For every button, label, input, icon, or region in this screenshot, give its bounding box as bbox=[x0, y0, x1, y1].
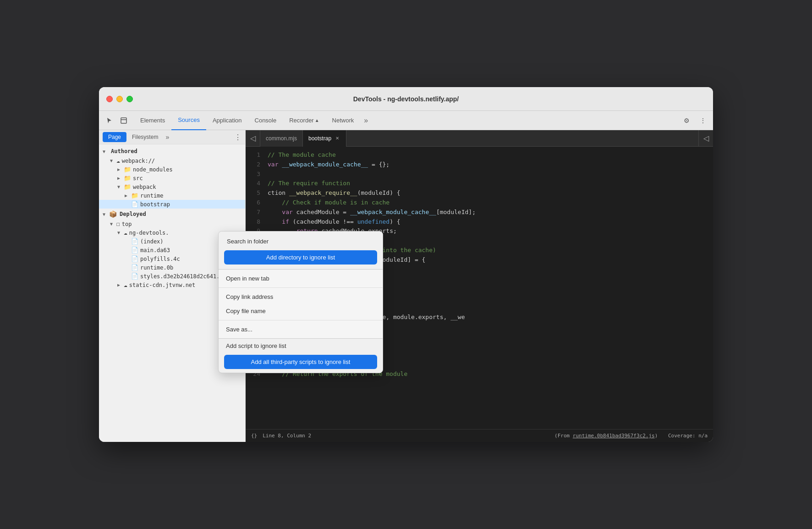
code-line-2: 2 var __webpack_module_cache__ = {}; bbox=[246, 160, 713, 170]
tab-bar-right: ⚙ ⋮ bbox=[680, 114, 709, 127]
tab-elements[interactable]: Elements bbox=[134, 111, 171, 130]
src-label: src bbox=[133, 175, 143, 182]
main-label: main.da63 bbox=[140, 247, 170, 253]
add-directory-button[interactable]: Add directory to ignore list bbox=[224, 250, 377, 264]
webpack-label: webpack:// bbox=[122, 158, 155, 164]
editor-tab-bootstrap[interactable]: bootstrap ✕ bbox=[303, 130, 346, 147]
deployed-section[interactable]: ▼ 📦 Deployed bbox=[99, 209, 245, 220]
code-line-5: 5 ction __webpack_require__(moduleId) { bbox=[246, 188, 713, 198]
copy-filename-item[interactable]: Copy file name bbox=[219, 304, 383, 318]
window-title: DevTools - ng-devtools.netlify.app/ bbox=[353, 95, 459, 103]
status-bar: {} Line 8, Column 2 (From runtime.0b841b… bbox=[246, 429, 713, 442]
tab-network[interactable]: Network bbox=[326, 111, 361, 130]
runtime-label: runtime bbox=[140, 193, 164, 199]
position-label: Line 8, Column 2 bbox=[263, 433, 311, 439]
copy-link-item[interactable]: Copy link address bbox=[219, 290, 383, 304]
index-label: (index) bbox=[140, 238, 164, 245]
code-line-8: 8 if (cachedModule !== undefined) { bbox=[246, 217, 713, 227]
tab-console[interactable]: Console bbox=[248, 111, 283, 130]
ng-devtools-label: ng-devtools. bbox=[129, 230, 169, 236]
devtools-window: DevTools - ng-devtools.netlify.app/ Elem… bbox=[99, 87, 713, 442]
minimize-button[interactable] bbox=[116, 96, 123, 102]
tab-recorder[interactable]: Recorder ▲ bbox=[283, 111, 325, 130]
close-button[interactable] bbox=[106, 96, 113, 102]
context-menu-divider-3 bbox=[219, 320, 383, 320]
polyfills-label: polyfills.4c bbox=[140, 256, 180, 262]
runtime-item[interactable]: ▶ 📁 runtime bbox=[99, 191, 245, 200]
sidebar-tab-filesystem[interactable]: Filesystem bbox=[126, 132, 164, 142]
webpack-item[interactable]: ▼ ☁ webpack:// bbox=[99, 156, 245, 165]
context-menu-top: Search in folder Add directory to ignore… bbox=[219, 231, 383, 269]
tab-bar: Elements Sources Application Console Rec… bbox=[99, 111, 713, 130]
context-menu-middle: Open in new tab Copy link address Copy f… bbox=[219, 270, 383, 338]
coverage-label: Coverage: n/a bbox=[668, 433, 708, 439]
svg-rect-0 bbox=[121, 118, 126, 123]
tab-application[interactable]: Application bbox=[206, 111, 248, 130]
top-label: top bbox=[122, 221, 132, 227]
code-line-4: 4 // The require function bbox=[246, 179, 713, 188]
dock-icon[interactable] bbox=[117, 114, 130, 127]
editor-tab-common[interactable]: common.mjs bbox=[260, 130, 303, 147]
context-menu-divider-2 bbox=[219, 287, 383, 288]
status-right: (From runtime.0b841bad3967f3c2.js) Cover… bbox=[554, 433, 708, 439]
search-in-folder-item[interactable]: Search in folder bbox=[224, 236, 377, 247]
top-item[interactable]: ▼ ☐ top bbox=[99, 220, 245, 228]
close-tab-icon[interactable]: ✕ bbox=[334, 135, 340, 142]
webpack-folder-label: webpack bbox=[133, 184, 156, 190]
bootstrap-tab-label: bootstrap bbox=[308, 135, 331, 142]
styles-label: styles.d3e2b24618d2c641.css bbox=[140, 273, 230, 280]
main-content: Page Filesystem » ⋮ ▼ Authored ▼ ☁ webpa… bbox=[99, 130, 713, 442]
code-line-7: 7 var cachedModule = __webpack_module_ca… bbox=[246, 208, 713, 217]
status-left: {} Line 8, Column 2 bbox=[251, 433, 311, 439]
open-new-tab-item[interactable]: Open in new tab bbox=[219, 271, 383, 286]
sidebar-tab-page[interactable]: Page bbox=[103, 132, 126, 142]
bootstrap-item[interactable]: ▶ 📄 bootstrap bbox=[99, 200, 245, 209]
webpack-folder-item[interactable]: ▼ 📁 webpack bbox=[99, 182, 245, 191]
context-menu-bottom: Add script to ignore list Add all third-… bbox=[219, 339, 383, 369]
maximize-button[interactable] bbox=[126, 96, 133, 102]
authored-section[interactable]: ▼ Authored bbox=[99, 146, 245, 156]
settings-icon[interactable]: ⚙ bbox=[680, 114, 693, 127]
save-as-item[interactable]: Save as... bbox=[219, 322, 383, 336]
context-menu: Search in folder Add directory to ignore… bbox=[218, 231, 383, 373]
static-cdn-label: static-cdn.jtvnw.net bbox=[129, 282, 196, 288]
sidebar-tab-bar: Page Filesystem » ⋮ bbox=[99, 130, 245, 144]
node-modules-item[interactable]: ▶ 📁 node_modules bbox=[99, 165, 245, 174]
add-all-third-party-button[interactable]: Add all third-party scripts to ignore li… bbox=[224, 355, 377, 369]
node-modules-label: node_modules bbox=[133, 166, 173, 173]
title-bar: DevTools - ng-devtools.netlify.app/ bbox=[99, 87, 713, 111]
code-line-1: 1 // The module cache bbox=[246, 150, 713, 160]
editor-collapse-button[interactable]: ◁ bbox=[698, 130, 713, 147]
cursor-icon[interactable] bbox=[103, 114, 115, 127]
editor-tabs: ◁ common.mjs bootstrap ✕ ◁ bbox=[246, 130, 713, 147]
bootstrap-label: bootstrap bbox=[140, 201, 170, 208]
sidebar-tab-more[interactable]: » bbox=[165, 133, 169, 141]
code-line-6: 6 // Check if module is in cache bbox=[246, 198, 713, 208]
runtime-file-label: runtime.0b bbox=[140, 264, 173, 271]
more-vert-icon[interactable]: ⋮ bbox=[697, 114, 709, 127]
sidebar-options-icon[interactable]: ⋮ bbox=[234, 133, 241, 142]
tab-more-button[interactable]: » bbox=[360, 116, 372, 125]
editor-back-button[interactable]: ◁ bbox=[246, 130, 260, 147]
from-link[interactable]: runtime.0b841bad3967f3c2.js bbox=[573, 433, 655, 439]
code-line-3: 3 bbox=[246, 170, 713, 179]
common-tab-label: common.mjs bbox=[266, 135, 297, 142]
from-label: (From runtime.0b841bad3967f3c2.js) bbox=[554, 433, 661, 439]
deployed-label: Deployed bbox=[120, 211, 146, 217]
format-icon[interactable]: {} bbox=[251, 433, 257, 439]
tab-bar-icons bbox=[103, 114, 130, 127]
src-item[interactable]: ▶ 📁 src bbox=[99, 174, 245, 182]
authored-label: Authored bbox=[111, 148, 137, 154]
tab-sources[interactable]: Sources bbox=[171, 111, 206, 130]
add-script-ignore-item[interactable]: Add script to ignore list bbox=[219, 339, 383, 353]
traffic-lights bbox=[106, 96, 133, 102]
